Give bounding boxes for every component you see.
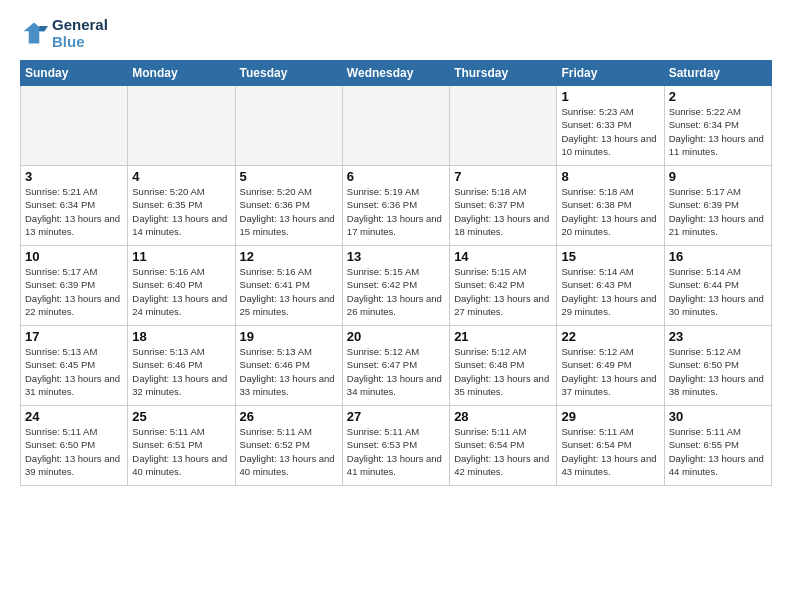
day-cell: 12Sunrise: 5:16 AM Sunset: 6:41 PM Dayli… [235,246,342,326]
week-row-5: 24Sunrise: 5:11 AM Sunset: 6:50 PM Dayli… [21,406,772,486]
day-number: 14 [454,249,552,264]
day-info: Sunrise: 5:12 AM Sunset: 6:48 PM Dayligh… [454,345,552,398]
day-cell: 8Sunrise: 5:18 AM Sunset: 6:38 PM Daylig… [557,166,664,246]
day-number: 6 [347,169,445,184]
day-number: 17 [25,329,123,344]
weekday-monday: Monday [128,61,235,86]
day-cell: 16Sunrise: 5:14 AM Sunset: 6:44 PM Dayli… [664,246,771,326]
day-number: 13 [347,249,445,264]
day-cell: 30Sunrise: 5:11 AM Sunset: 6:55 PM Dayli… [664,406,771,486]
day-info: Sunrise: 5:18 AM Sunset: 6:38 PM Dayligh… [561,185,659,238]
day-number: 20 [347,329,445,344]
day-number: 11 [132,249,230,264]
weekday-sunday: Sunday [21,61,128,86]
week-row-4: 17Sunrise: 5:13 AM Sunset: 6:45 PM Dayli… [21,326,772,406]
day-cell: 1Sunrise: 5:23 AM Sunset: 6:33 PM Daylig… [557,86,664,166]
day-cell: 20Sunrise: 5:12 AM Sunset: 6:47 PM Dayli… [342,326,449,406]
day-cell: 5Sunrise: 5:20 AM Sunset: 6:36 PM Daylig… [235,166,342,246]
day-info: Sunrise: 5:17 AM Sunset: 6:39 PM Dayligh… [669,185,767,238]
day-cell: 18Sunrise: 5:13 AM Sunset: 6:46 PM Dayli… [128,326,235,406]
logo-icon [20,19,48,47]
day-info: Sunrise: 5:18 AM Sunset: 6:37 PM Dayligh… [454,185,552,238]
day-cell: 24Sunrise: 5:11 AM Sunset: 6:50 PM Dayli… [21,406,128,486]
day-info: Sunrise: 5:11 AM Sunset: 6:53 PM Dayligh… [347,425,445,478]
day-cell: 19Sunrise: 5:13 AM Sunset: 6:46 PM Dayli… [235,326,342,406]
day-cell: 7Sunrise: 5:18 AM Sunset: 6:37 PM Daylig… [450,166,557,246]
day-cell: 21Sunrise: 5:12 AM Sunset: 6:48 PM Dayli… [450,326,557,406]
day-number: 15 [561,249,659,264]
day-number: 4 [132,169,230,184]
day-number: 2 [669,89,767,104]
day-cell: 29Sunrise: 5:11 AM Sunset: 6:54 PM Dayli… [557,406,664,486]
day-info: Sunrise: 5:20 AM Sunset: 6:36 PM Dayligh… [240,185,338,238]
day-number: 25 [132,409,230,424]
day-info: Sunrise: 5:11 AM Sunset: 6:52 PM Dayligh… [240,425,338,478]
day-cell: 13Sunrise: 5:15 AM Sunset: 6:42 PM Dayli… [342,246,449,326]
day-cell: 10Sunrise: 5:17 AM Sunset: 6:39 PM Dayli… [21,246,128,326]
day-info: Sunrise: 5:11 AM Sunset: 6:55 PM Dayligh… [669,425,767,478]
weekday-saturday: Saturday [664,61,771,86]
day-cell [342,86,449,166]
day-number: 21 [454,329,552,344]
day-number: 23 [669,329,767,344]
day-cell: 25Sunrise: 5:11 AM Sunset: 6:51 PM Dayli… [128,406,235,486]
page: General Blue SundayMondayTuesdayWednesda… [0,0,792,612]
day-number: 7 [454,169,552,184]
day-cell: 6Sunrise: 5:19 AM Sunset: 6:36 PM Daylig… [342,166,449,246]
day-number: 18 [132,329,230,344]
day-number: 24 [25,409,123,424]
day-info: Sunrise: 5:14 AM Sunset: 6:43 PM Dayligh… [561,265,659,318]
day-cell [128,86,235,166]
day-number: 22 [561,329,659,344]
day-cell: 22Sunrise: 5:12 AM Sunset: 6:49 PM Dayli… [557,326,664,406]
day-info: Sunrise: 5:20 AM Sunset: 6:35 PM Dayligh… [132,185,230,238]
day-info: Sunrise: 5:19 AM Sunset: 6:36 PM Dayligh… [347,185,445,238]
day-number: 29 [561,409,659,424]
day-info: Sunrise: 5:11 AM Sunset: 6:51 PM Dayligh… [132,425,230,478]
week-row-3: 10Sunrise: 5:17 AM Sunset: 6:39 PM Dayli… [21,246,772,326]
day-cell: 27Sunrise: 5:11 AM Sunset: 6:53 PM Dayli… [342,406,449,486]
day-cell: 26Sunrise: 5:11 AM Sunset: 6:52 PM Dayli… [235,406,342,486]
day-info: Sunrise: 5:13 AM Sunset: 6:46 PM Dayligh… [240,345,338,398]
day-cell: 23Sunrise: 5:12 AM Sunset: 6:50 PM Dayli… [664,326,771,406]
day-number: 9 [669,169,767,184]
day-info: Sunrise: 5:16 AM Sunset: 6:41 PM Dayligh… [240,265,338,318]
week-row-2: 3Sunrise: 5:21 AM Sunset: 6:34 PM Daylig… [21,166,772,246]
svg-marker-0 [24,23,45,44]
day-info: Sunrise: 5:15 AM Sunset: 6:42 PM Dayligh… [454,265,552,318]
calendar: SundayMondayTuesdayWednesdayThursdayFrid… [20,60,772,486]
day-number: 1 [561,89,659,104]
day-number: 19 [240,329,338,344]
day-cell: 17Sunrise: 5:13 AM Sunset: 6:45 PM Dayli… [21,326,128,406]
day-info: Sunrise: 5:17 AM Sunset: 6:39 PM Dayligh… [25,265,123,318]
day-number: 3 [25,169,123,184]
day-number: 8 [561,169,659,184]
header: General Blue [20,16,772,50]
day-number: 27 [347,409,445,424]
logo: General Blue [20,16,108,50]
day-info: Sunrise: 5:12 AM Sunset: 6:49 PM Dayligh… [561,345,659,398]
day-cell [450,86,557,166]
day-cell: 11Sunrise: 5:16 AM Sunset: 6:40 PM Dayli… [128,246,235,326]
day-number: 26 [240,409,338,424]
day-number: 16 [669,249,767,264]
day-info: Sunrise: 5:12 AM Sunset: 6:50 PM Dayligh… [669,345,767,398]
day-info: Sunrise: 5:11 AM Sunset: 6:54 PM Dayligh… [561,425,659,478]
day-cell: 3Sunrise: 5:21 AM Sunset: 6:34 PM Daylig… [21,166,128,246]
week-row-1: 1Sunrise: 5:23 AM Sunset: 6:33 PM Daylig… [21,86,772,166]
day-info: Sunrise: 5:16 AM Sunset: 6:40 PM Dayligh… [132,265,230,318]
weekday-friday: Friday [557,61,664,86]
day-info: Sunrise: 5:14 AM Sunset: 6:44 PM Dayligh… [669,265,767,318]
day-cell: 14Sunrise: 5:15 AM Sunset: 6:42 PM Dayli… [450,246,557,326]
day-number: 30 [669,409,767,424]
day-info: Sunrise: 5:13 AM Sunset: 6:46 PM Dayligh… [132,345,230,398]
day-cell: 28Sunrise: 5:11 AM Sunset: 6:54 PM Dayli… [450,406,557,486]
weekday-thursday: Thursday [450,61,557,86]
day-number: 12 [240,249,338,264]
svg-marker-1 [39,26,48,31]
day-number: 10 [25,249,123,264]
day-info: Sunrise: 5:21 AM Sunset: 6:34 PM Dayligh… [25,185,123,238]
day-cell: 9Sunrise: 5:17 AM Sunset: 6:39 PM Daylig… [664,166,771,246]
day-info: Sunrise: 5:13 AM Sunset: 6:45 PM Dayligh… [25,345,123,398]
day-info: Sunrise: 5:15 AM Sunset: 6:42 PM Dayligh… [347,265,445,318]
